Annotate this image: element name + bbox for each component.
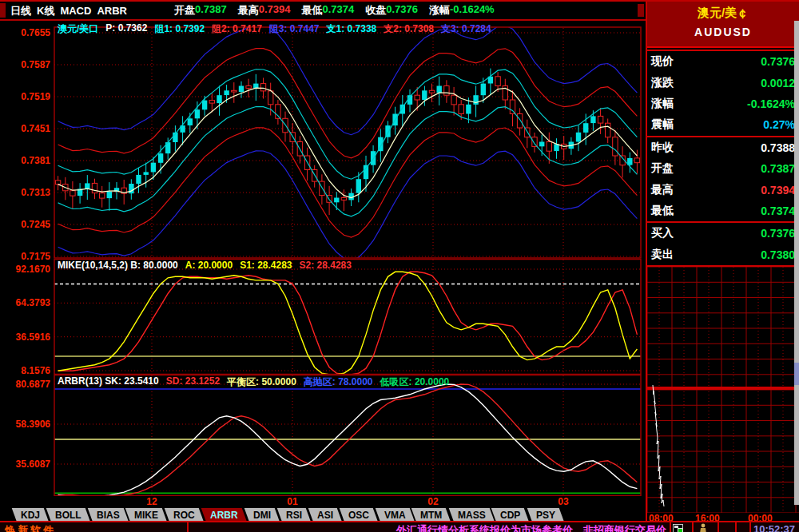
title-segment: A: 20.0000 [185, 260, 233, 271]
x-axis-months: 12010203 [0, 496, 646, 506]
y-tick: 0.7313 [0, 187, 50, 198]
title-segment: 澳元/美口 [58, 22, 98, 36]
quote-label: 现价 [651, 54, 674, 69]
mike-chart[interactable] [0, 259, 646, 375]
scrollbar[interactable] [794, 21, 799, 505]
tab-label: MASS [458, 510, 486, 521]
tab-label: RSI [286, 510, 302, 521]
tab-label: BIAS [97, 510, 120, 521]
quote-row-最低: 最低0.7374 [647, 200, 799, 221]
menu-item-MACD[interactable]: MACD [60, 5, 91, 17]
statusbar-divider [670, 522, 671, 532]
quote-row-昨收: 昨收0.7388 [647, 137, 799, 158]
y-tick: 35.6087 [0, 459, 50, 470]
quote-label: 开盘 [651, 161, 674, 176]
y-tick: 92.1670 [0, 264, 50, 275]
title-segment: 支1: 0.7338 [327, 22, 377, 36]
quote-rows: 现价0.7376涨跌0.0012涨幅-0.1624%震幅0.27%昨收0.738… [647, 50, 799, 267]
tab-label: DMI [253, 510, 271, 521]
statue-icon[interactable] [698, 523, 708, 532]
quote-label: 涨幅 [651, 97, 674, 111]
topbar-end-block [638, 4, 644, 17]
y-tick: 36.5916 [0, 332, 50, 343]
tab-label: CDP [500, 510, 520, 521]
title-segment: P: 0.7362 [105, 22, 147, 36]
statusbar-divider [692, 522, 694, 532]
y-tick: 0.7519 [0, 91, 50, 102]
stat-value: 0.7376 [386, 3, 418, 18]
quote-header: 澳元/美￠ AUDUSD [647, 2, 799, 48]
quote-value: 0.7380 [761, 248, 795, 261]
stat-label: 最低 [301, 3, 322, 18]
y-tick: 0.7451 [0, 123, 50, 134]
kline-chart[interactable] [0, 21, 646, 259]
quote-row-现价: 现价0.7376 [647, 51, 799, 72]
kline-title: 澳元/美口P: 0.7362阻1: 0.7392阻2: 0.7417阻3: 0.… [58, 22, 491, 36]
window-icon[interactable] [673, 524, 683, 532]
quote-label: 昨收 [651, 141, 674, 155]
quote-value: 0.7374 [761, 204, 795, 217]
arbr-pane[interactable]: ARBR(13) SK: 23.5410SD: 23.1252平衡区: 50.0… [0, 375, 646, 496]
tab-label: BOLL [55, 510, 81, 521]
title-segment: SD: 23.1252 [166, 375, 220, 389]
quote-value: 0.7394 [761, 184, 795, 197]
stat-value: -0.1624% [450, 3, 495, 18]
tab-label: MTM [420, 510, 442, 521]
tab-label: MIKE [134, 510, 158, 521]
tab-label: PSY [536, 510, 555, 521]
tab-label: KDJ [21, 510, 40, 521]
stat-value: 0.7374 [322, 3, 354, 18]
topbar: 日线K线MACDARBR 开盘0.7387最高0.7394最低0.7374收盘0… [0, 2, 646, 21]
stat-value: 0.7387 [195, 3, 227, 18]
menu-item-ARBR[interactable]: ARBR [97, 5, 127, 17]
title-segment: S1: 28.4283 [240, 260, 292, 271]
quote-label: 卖出 [651, 248, 674, 262]
title-segment: 阻1: 0.7392 [154, 22, 205, 36]
stat-label: 涨幅 [429, 3, 450, 18]
statusbar-divider [187, 522, 189, 532]
quote-row-震幅: 震幅0.27% [647, 114, 799, 135]
x-tick-month: 03 [558, 496, 568, 507]
tab-label: ARBR [210, 510, 238, 521]
kline-pane[interactable]: 澳元/美口P: 0.7362阻1: 0.7392阻2: 0.7417阻3: 0.… [0, 21, 646, 259]
topbar-stats: 开盘0.7387最高0.7394最低0.7374收盘0.7376涨幅-0.162… [174, 3, 506, 18]
tab-label: ROC [173, 510, 195, 521]
y-tick: 80.6877 [0, 379, 50, 390]
y-tick: 58.3906 [0, 419, 50, 430]
scrollbar-thumb[interactable] [794, 363, 799, 385]
stat-label: 收盘 [365, 3, 386, 18]
y-tick: 0.7245 [0, 219, 50, 230]
app-logo: 焕新软件 [5, 523, 56, 532]
title-segment: 支2: 0.7308 [384, 22, 434, 36]
menu-item-K线[interactable]: K线 [37, 5, 54, 17]
quote-row-开盘: 开盘0.7387 [647, 158, 799, 179]
quote-row-买入: 买入0.7376 [647, 223, 799, 244]
quote-panel: 澳元/美￠ AUDUSD 现价0.7376涨跌0.0012涨幅-0.1624%震… [646, 2, 799, 521]
mike-title: MIKE(10,14,5,2) B: 80.0000A: 20.0000S1: … [58, 260, 352, 271]
y-tick: 0.7175 [0, 251, 50, 262]
y-tick: 64.3793 [0, 297, 50, 308]
quote-row-卖出: 卖出0.7380 [647, 244, 799, 265]
topbar-menu: 日线K线MACDARBR [10, 3, 133, 18]
quote-label: 震幅 [651, 117, 674, 132]
quote-value: 0.7376 [761, 227, 795, 240]
statusbar: 焕新软件 外汇通行情分析系统报价为市场参考价，非招商银行交易价 10:52:37 [0, 521, 799, 532]
title-segment: 高抛区: 78.0000 [304, 375, 373, 389]
statusbar-divider [718, 522, 719, 532]
arbr-title: ARBR(13) SK: 23.5410SD: 23.1252平衡区: 50.0… [58, 375, 449, 389]
title-segment: 支3: 0.7284 [441, 22, 491, 36]
quote-row-涨跌: 涨跌0.0012 [647, 72, 799, 93]
indicator-tabbar: KDJBOLLBIASMIKEROCARBRDMIRSIASIOSCVMAMTM… [0, 506, 646, 522]
arbr-chart[interactable] [0, 375, 646, 496]
y-tick: 0.7655 [0, 27, 50, 38]
mike-pane[interactable]: MIKE(10,14,5,2) B: 80.0000A: 20.0000S1: … [0, 259, 646, 375]
quote-value: 0.0012 [761, 77, 795, 89]
intraday-mini-chart[interactable] [647, 267, 799, 513]
quote-label: 最低 [651, 204, 674, 218]
title-segment: 低吸区: 20.0000 [380, 375, 450, 389]
topbar-accent [0, 3, 6, 18]
y-tick: 0.7381 [0, 155, 50, 166]
pair-title-cn: 澳元/美￠ [647, 2, 799, 21]
menu-item-日线[interactable]: 日线 [10, 5, 31, 17]
stat-label: 最高 [238, 3, 259, 18]
